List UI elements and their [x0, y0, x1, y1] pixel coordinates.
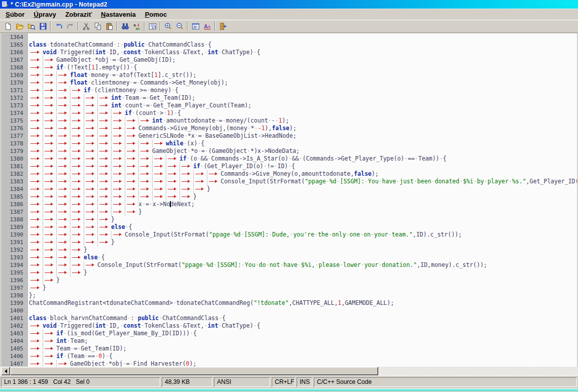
tab-arrow-icon: [43, 246, 56, 254]
tab-arrow-icon: [70, 269, 84, 277]
code-line[interactable]: 1393else·{: [2, 254, 577, 261]
code-line[interactable]: 1405Team·=·Get_Team(ID);: [2, 345, 577, 352]
line-number: 1387: [2, 208, 28, 216]
cut-button[interactable]: [80, 21, 92, 32]
exit-button[interactable]: [217, 21, 229, 32]
tab-arrow-icon: [125, 163, 138, 170]
tab-arrow-icon: [152, 163, 166, 170]
zoom-out-button[interactable]: [174, 21, 186, 32]
code-line[interactable]: 1395}: [2, 269, 577, 277]
new-file-button[interactable]: [2, 21, 14, 32]
tab-arrow-icon: [84, 102, 97, 109]
tab-arrow-icon: [111, 201, 125, 208]
code-line[interactable]: 1369float·money·=·atof(Text[1].c_str());: [2, 71, 577, 79]
find-icon: [121, 22, 129, 30]
code-line[interactable]: 1371if·(clientmoney·>=·money)·{: [2, 87, 577, 94]
code-line[interactable]: 1385}: [2, 193, 577, 201]
code-line[interactable]: 1376Commands->Give_Money(obj,(money·*·-1…: [2, 125, 577, 132]
browse-file-button[interactable]: [25, 21, 37, 32]
code-line[interactable]: 1392}: [2, 246, 577, 254]
menu-item-view[interactable]: Zobraziť: [61, 10, 96, 19]
menu-item-file[interactable]: Súbor: [1, 10, 29, 19]
code-line[interactable]: 1404int·Team;: [2, 337, 577, 345]
code-line[interactable]: 1365class·tdonateChatCommand·:·public·Ch…: [2, 41, 577, 49]
tab-arrow-icon: [84, 239, 97, 246]
code-line[interactable]: 1373int·count·=·Get_Team_Player_Count(Te…: [2, 102, 577, 109]
view-scheme-button[interactable]: [190, 21, 201, 32]
menu-item-edit[interactable]: Úpravy: [29, 10, 61, 19]
tab-arrow-icon: [84, 163, 97, 170]
code-line[interactable]: 1390Console_Input(StrFormat("ppage·%d·[S…: [2, 231, 577, 239]
font-button[interactable]: AA: [201, 21, 213, 32]
tab-arrow-icon: [138, 140, 152, 147]
code-line[interactable]: 1368if·(!Text[1].empty())·{: [2, 64, 577, 71]
text-editor[interactable]: 13641365class·tdonateChatCommand·:·publi…: [2, 33, 577, 367]
copy-button[interactable]: [92, 21, 103, 32]
code-line[interactable]: 1388}: [2, 216, 577, 223]
code-line[interactable]: 1384}: [2, 185, 577, 193]
code-line[interactable]: 1366void·Triggered(int·ID,·const·TokenCl…: [2, 49, 577, 56]
status-encoding[interactable]: ANSI: [214, 377, 270, 387]
svg-text:ac: ac: [135, 26, 139, 31]
code-line[interactable]: 1399ChatCommandRegistrant<tdonateChatCom…: [2, 299, 577, 307]
code-line[interactable]: 1377GenericSLNode·*x·=·BaseGameObjList->…: [2, 132, 577, 140]
code-line[interactable]: 1391}: [2, 239, 577, 246]
code-line[interactable]: 1370float·clientmoney·=·Commands->Get_Mo…: [2, 79, 577, 87]
code-line[interactable]: 1364: [2, 33, 577, 41]
tab-arrow-icon: [56, 117, 70, 125]
code-line[interactable]: 1386x·=·x->NodeNext;: [2, 201, 577, 208]
code-line[interactable]: 1383Console_Input(StrFormat("ppage·%d·[S…: [2, 178, 577, 185]
code-line[interactable]: 1379GameObject·*o·=·(GameObject·*)x->Nod…: [2, 147, 577, 155]
code-line[interactable]: 1380if·(o·&&·Commands->Is_A_Star(o)·&&·(…: [2, 155, 577, 163]
zoom-out-icon: [176, 22, 184, 30]
tab-arrow-icon: [125, 132, 138, 140]
zoom-in-button[interactable]: [162, 21, 174, 32]
status-line-endings[interactable]: CR+LF: [272, 377, 295, 387]
paste-button[interactable]: [103, 21, 115, 32]
code-line[interactable]: 1367GameObject·*obj·=·Get_GameObj(ID);: [2, 56, 577, 64]
code-line[interactable]: 1374if·(count·>·1)·{: [2, 109, 577, 117]
code-line[interactable]: 1372int·Team·=·Get_Team(ID);: [2, 94, 577, 102]
line-number: 1397: [2, 284, 28, 292]
tab-arrow-icon: [179, 163, 193, 170]
scroll-left-button[interactable]: [1, 367, 10, 375]
code-line[interactable]: 1401class·block_harvnChatCommand·:·publi…: [2, 315, 577, 322]
line-number: 1364: [2, 33, 28, 41]
code-line[interactable]: 1378while·(x)·{: [2, 140, 577, 147]
save-file-button[interactable]: [37, 21, 49, 32]
tab-arrow-icon: [138, 170, 152, 178]
word-wrap-button[interactable]: [147, 21, 158, 32]
redo-button[interactable]: [64, 21, 76, 32]
code-line[interactable]: 1381if·(Get_Player_ID(o)·!=·ID)·{: [2, 163, 577, 170]
status-file-type[interactable]: C/C++ Source Code: [314, 377, 577, 387]
code-line[interactable]: 1397}: [2, 284, 577, 292]
toolbar-separator: [144, 22, 145, 31]
code-line[interactable]: 1396}: [2, 277, 577, 284]
open-file-button[interactable]: [14, 21, 25, 32]
menu-item-help[interactable]: Pomoc: [140, 10, 171, 19]
code-line[interactable]: 1394Console_Input(StrFormat("ppage·%d·[S…: [2, 261, 577, 269]
code-line[interactable]: 1402void·Triggered(int·ID,·const·TokenCl…: [2, 322, 577, 330]
code-line[interactable]: 1403if·(is_mod(Get_Player_Name_By_ID(ID)…: [2, 330, 577, 337]
code-line[interactable]: 1398};: [2, 292, 577, 299]
horizontal-scrollbar[interactable]: [0, 367, 578, 375]
status-insert-mode[interactable]: INS: [297, 377, 312, 387]
tab-arrow-icon: [97, 178, 111, 185]
code-line[interactable]: 1387}: [2, 208, 577, 216]
replace-icon: aac: [133, 22, 141, 30]
code-line[interactable]: 1389else·{: [2, 223, 577, 231]
find-button[interactable]: [119, 21, 131, 32]
tab-arrow-icon: [43, 94, 56, 102]
line-number: 1394: [2, 261, 28, 269]
replace-button[interactable]: aac: [131, 21, 142, 32]
code-line[interactable]: 1375int·amounttodonate·=·money/(count·-·…: [2, 117, 577, 125]
code-line[interactable]: 1407GameObject·*obj·=·Find_Harvester(0);: [2, 360, 577, 367]
scrollbar-thumb[interactable]: [10, 367, 378, 375]
code-line[interactable]: 1406if·(Team·==·0)·{: [2, 352, 577, 360]
status-cursor-position[interactable]: Ln 1 386 : 1 459 Col 42 Sel 0: [1, 377, 160, 387]
code-line[interactable]: 1400: [2, 307, 577, 315]
menu-item-settings[interactable]: Nastavenia: [96, 10, 140, 19]
code-line[interactable]: 1382Commands->Give_Money(o,amounttodonat…: [2, 170, 577, 178]
tab-arrow-icon: [29, 87, 43, 94]
undo-button[interactable]: [53, 21, 64, 32]
